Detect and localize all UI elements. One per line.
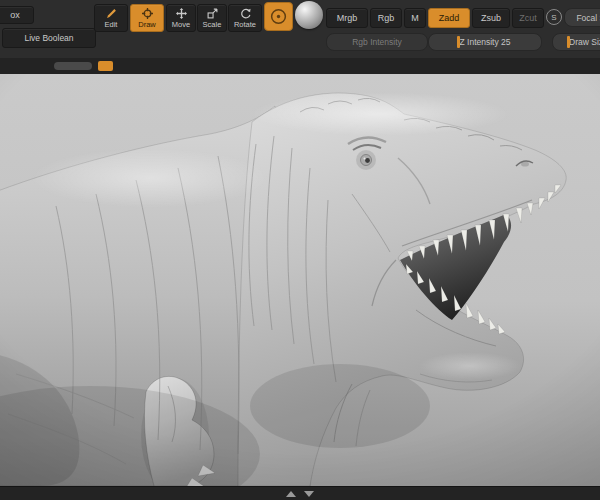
brush-tip-icon <box>269 7 288 26</box>
move-label: Move <box>172 21 190 29</box>
bottom-tray-divider[interactable] <box>0 486 600 500</box>
rgb-intensity-label: Rgb Intensity <box>352 37 402 47</box>
z-intensity-slider[interactable]: Z Intensity 25 <box>428 33 542 51</box>
focal-shift-label: Focal Shift 0 <box>576 13 600 23</box>
trex-sculpt-model <box>0 74 600 486</box>
draw-size-label: Draw Size 6 <box>569 37 600 47</box>
zadd-label: Zadd <box>439 14 460 23</box>
draw-crosshair-icon <box>142 8 153 20</box>
focal-shift-slider[interactable]: Focal Shift 0 <box>564 8 600 27</box>
s-circle-icon[interactable]: S <box>546 9 562 25</box>
scale-box-icon <box>207 8 218 20</box>
lightbox-label: ox <box>10 11 20 20</box>
top-shelf: ox Live Boolean Edit Draw <box>0 0 600 59</box>
tray-scroll-handle[interactable] <box>98 61 113 71</box>
live-boolean-label: Live Boolean <box>24 34 73 43</box>
edit-label: Edit <box>105 21 118 29</box>
live-boolean-button[interactable]: Live Boolean <box>2 28 96 48</box>
move-button[interactable]: Move <box>166 4 196 32</box>
rgb-button[interactable]: Rgb <box>370 8 402 28</box>
draw-button[interactable]: Draw <box>130 4 164 32</box>
document-canvas[interactable] <box>0 74 600 486</box>
draw-size-slider[interactable]: Draw Size 6 <box>552 33 600 51</box>
mrgb-button[interactable]: Mrgb <box>326 8 368 28</box>
zadd-button[interactable]: Zadd <box>428 8 470 28</box>
rgb-intensity-slider[interactable]: Rgb Intensity <box>326 33 428 51</box>
edit-pen-icon <box>106 8 117 20</box>
edit-button[interactable]: Edit <box>94 4 128 32</box>
tray-scroll-track[interactable] <box>54 62 92 70</box>
mrgb-label: Mrgb <box>337 14 358 23</box>
draw-label: Draw <box>138 21 156 29</box>
scale-label: Scale <box>203 21 222 29</box>
draw-size-indicator <box>567 36 570 48</box>
z-intensity-indicator <box>457 36 460 48</box>
rotate-label: Rotate <box>234 21 256 29</box>
top-tray-divider <box>0 58 600 75</box>
s-circle-label: S <box>551 13 556 22</box>
zbrush-window: ox Live Boolean Edit Draw <box>0 0 600 500</box>
zcut-button[interactable]: Zcut <box>512 8 544 28</box>
canvas-vignette <box>0 74 600 486</box>
zcut-label: Zcut <box>519 14 537 23</box>
lightbox-button[interactable]: ox <box>0 6 34 24</box>
tray-close-arrow-icon <box>304 491 314 497</box>
current-tool-sphere-icon[interactable] <box>295 1 323 29</box>
scale-button[interactable]: Scale <box>197 4 227 32</box>
rotate-arc-icon <box>240 8 251 20</box>
tray-open-arrow-icon <box>286 491 296 497</box>
rgb-label: Rgb <box>378 14 395 23</box>
z-intensity-label: Z Intensity 25 <box>459 37 510 47</box>
m-label: M <box>411 14 419 23</box>
zsub-label: Zsub <box>481 14 501 23</box>
rotate-button[interactable]: Rotate <box>228 4 262 32</box>
m-button[interactable]: M <box>404 8 426 28</box>
move-arrows-icon <box>176 8 187 20</box>
zsub-button[interactable]: Zsub <box>472 8 510 28</box>
current-brush-button[interactable] <box>264 2 293 31</box>
